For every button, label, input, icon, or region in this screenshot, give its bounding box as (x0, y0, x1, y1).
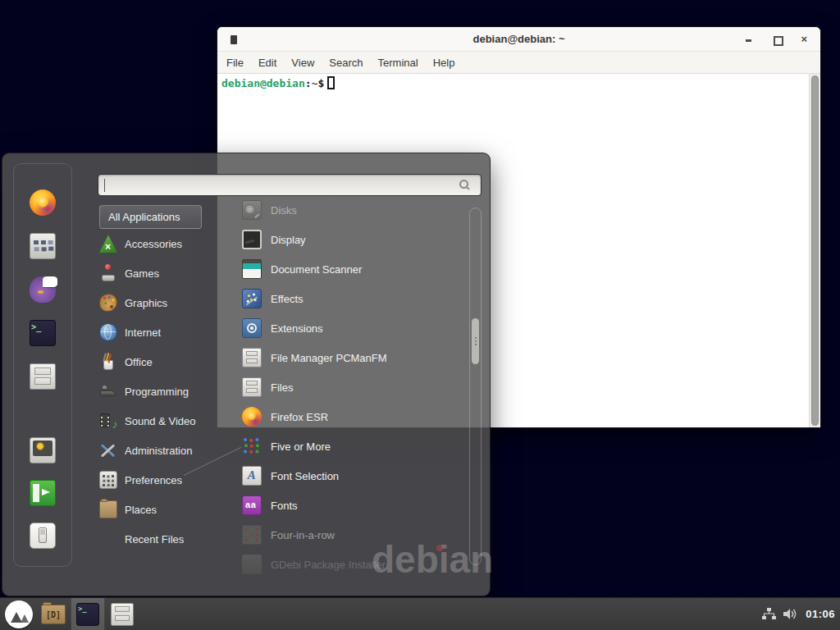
search-icon (459, 180, 468, 189)
app-list-item[interactable]: Document Scanner (235, 254, 465, 284)
effects-icon (242, 289, 262, 308)
software-icon (30, 233, 56, 259)
favorite-button[interactable] (26, 189, 59, 216)
accessories-icon (99, 235, 117, 253)
document-scanner-icon (242, 259, 262, 279)
cabinet-icon (242, 348, 262, 368)
app-list-item[interactable]: Disks (235, 195, 465, 225)
app-label: Firefox ESR (271, 411, 328, 423)
category-item[interactable]: Graphics (99, 288, 232, 317)
taskbar-menu-button[interactable] (2, 598, 36, 630)
favorite-button[interactable] (26, 363, 59, 390)
gdebi-icon (242, 555, 262, 574)
taskbar-terminal-button[interactable] (71, 598, 105, 630)
all-applications-label: All Applications (108, 211, 180, 223)
app-list-item[interactable]: Files (235, 372, 465, 402)
app-list-item[interactable]: Display (235, 225, 465, 254)
app-label: Disks (271, 204, 297, 217)
app-list-item[interactable]: Effects (235, 284, 465, 313)
app-list-item[interactable]: Five or More (235, 431, 465, 461)
app-list-item[interactable]: Fonts (235, 491, 465, 520)
category-item[interactable]: Internet (99, 317, 232, 347)
internet-icon (99, 323, 117, 341)
menu-icon (5, 600, 33, 628)
app-list-item[interactable]: GDebi Package Installer (235, 550, 465, 579)
terminal-scrollbar[interactable] (809, 74, 820, 427)
category-label: Preferences (125, 474, 182, 486)
prompt-user-host: debian@debian (221, 77, 305, 89)
app-list-item[interactable]: Extensions (235, 313, 465, 343)
category-item[interactable]: Places (99, 495, 232, 524)
shutdown-icon (30, 523, 56, 549)
menubar-item[interactable]: File (219, 57, 251, 69)
text-caret (104, 179, 105, 192)
app-list-item[interactable]: Firefox ESR (235, 402, 465, 431)
prompt-symbol: $ (317, 77, 324, 89)
logout-icon (30, 480, 56, 506)
app-list-item[interactable]: Four-in-a-row (235, 520, 465, 550)
network-icon[interactable] (762, 608, 776, 620)
minimize-button[interactable] (745, 35, 753, 43)
category-item[interactable]: Office (99, 347, 232, 377)
file-cabinet-icon (111, 603, 134, 626)
clock[interactable]: 01:06 (806, 608, 835, 620)
menu-scrollbar-thumb[interactable] (472, 318, 479, 364)
category-item[interactable]: Recent Files (99, 524, 232, 554)
filter-all-applications[interactable]: All Applications (99, 205, 202, 229)
app-label: Files (271, 381, 293, 394)
volume-icon[interactable] (783, 608, 798, 620)
favorite-button[interactable] (26, 437, 59, 463)
preferences-icon (99, 471, 117, 489)
category-item[interactable]: Administration (99, 436, 232, 465)
category-item[interactable]: Accessories (99, 229, 232, 258)
maximize-button[interactable] (773, 35, 781, 43)
pidgin-icon (30, 276, 56, 303)
term-icon (30, 320, 56, 346)
favorite-button[interactable] (26, 276, 59, 303)
terminal-scrollbar-thumb[interactable] (811, 75, 819, 426)
category-item[interactable]: Sound & Video (99, 406, 232, 436)
session-buttons (14, 437, 71, 549)
category-label: Places (125, 504, 157, 516)
favorite-button[interactable] (26, 320, 59, 346)
fonts-icon (242, 495, 262, 515)
disks-icon (242, 200, 262, 220)
taskbar-folder-button[interactable]: [D] (36, 598, 71, 630)
places-icon (99, 500, 117, 518)
category-item[interactable]: Preferences (99, 465, 232, 495)
folder-label: [D] (42, 609, 65, 619)
app-list-item[interactable]: Font Selection (235, 461, 465, 491)
menubar-item[interactable]: Terminal (371, 57, 426, 69)
window-controls: × (745, 27, 807, 51)
games-icon (99, 264, 117, 282)
menubar-item[interactable]: Search (322, 57, 370, 69)
close-button[interactable]: × (801, 35, 807, 43)
graphics-icon (99, 294, 117, 312)
terminal-titlebar[interactable]: debian@debian: ~ × (217, 27, 820, 52)
app-label: GDebi Package Installer (271, 559, 386, 571)
favorite-button[interactable] (26, 480, 59, 506)
font-selection-icon (242, 466, 262, 486)
screensaver-icon (30, 437, 56, 463)
taskbar-files-button[interactable] (105, 598, 139, 630)
category-label: Recent Files (125, 533, 184, 546)
menubar-item[interactable]: View (284, 57, 322, 69)
taskbar: [D] 01:06 (0, 597, 840, 630)
favorite-button[interactable] (26, 523, 59, 549)
app-label: File Manager PCManFM (271, 352, 387, 364)
menubar-item[interactable]: Edit (251, 57, 284, 69)
favorite-button[interactable] (26, 233, 59, 259)
category-item[interactable]: Games (99, 258, 232, 288)
administration-icon (99, 441, 117, 459)
app-label: Font Selection (271, 470, 339, 482)
category-label: Games (125, 267, 159, 280)
app-list-item[interactable]: File Manager PCManFM (235, 343, 465, 372)
menu-search-box[interactable] (98, 174, 482, 196)
category-item[interactable]: Programming (99, 377, 232, 406)
app-label: Document Scanner (271, 263, 362, 276)
app-label: Effects (271, 293, 304, 305)
extensions-icon (242, 318, 262, 338)
menu-scrollbar[interactable] (469, 208, 482, 565)
search-input[interactable] (98, 175, 481, 195)
menubar-item[interactable]: Help (426, 57, 463, 69)
